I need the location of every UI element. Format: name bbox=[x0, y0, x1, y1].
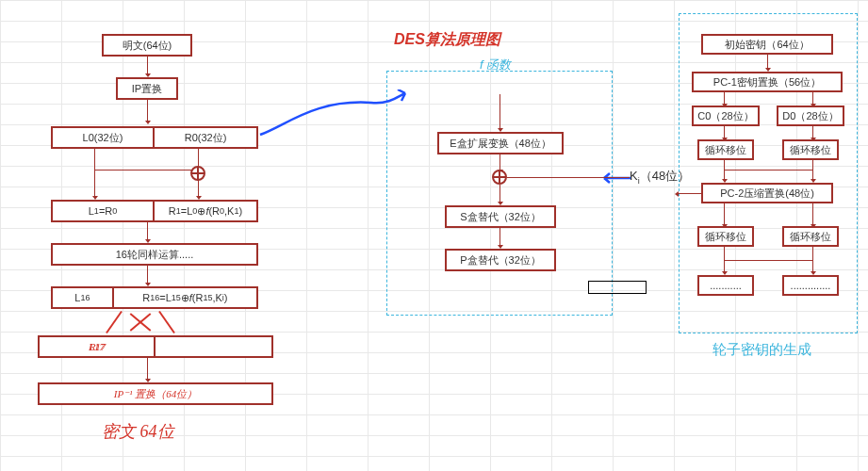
rounds16-box: 16轮同样运算..... bbox=[51, 243, 258, 266]
s-box: S盒替代（32位） bbox=[445, 205, 556, 228]
r17-box: R17 bbox=[40, 337, 156, 356]
shift-box: 循环移位 bbox=[782, 226, 839, 247]
ciphertext-label: 密文 64位 bbox=[102, 420, 174, 443]
arrow-icon bbox=[147, 266, 148, 283]
shift-box: 循环移位 bbox=[782, 139, 839, 160]
r0-box: R0(32位) bbox=[155, 128, 256, 147]
arrow-icon bbox=[724, 92, 725, 104]
ip-inverse-label: IP⁻¹ 置换（64位） bbox=[114, 387, 197, 401]
arrow-icon bbox=[500, 185, 500, 202]
arrow-icon bbox=[724, 203, 725, 224]
e-expand-box: E盒扩展变换（48位） bbox=[437, 132, 564, 154]
arrow-icon bbox=[812, 247, 813, 271]
arrow-icon bbox=[147, 222, 148, 239]
arrow-icon bbox=[812, 92, 813, 104]
l0-box: L0(32位) bbox=[53, 128, 155, 147]
r16-box: R16=L15 ⊕ f(R15,Ki) bbox=[114, 288, 256, 307]
arrow-icon bbox=[500, 228, 500, 245]
arrow-icon bbox=[812, 160, 813, 179]
dots-box: ........... bbox=[697, 275, 754, 296]
arrow-icon bbox=[767, 55, 768, 68]
l17-r17-row: L17 R17 bbox=[38, 335, 273, 358]
shift-box: 循环移位 bbox=[697, 226, 754, 247]
arrow-icon bbox=[94, 149, 95, 170]
l16-box: L16 bbox=[53, 288, 114, 307]
plaintext-box: 明文(64位) bbox=[102, 34, 192, 57]
arrow-icon bbox=[507, 177, 630, 178]
black-rect bbox=[588, 281, 647, 294]
arrow-icon bbox=[94, 170, 95, 196]
arrow-icon bbox=[500, 154, 500, 170]
init-key-box: 初始密钥（64位） bbox=[701, 34, 833, 55]
l1-box: L1=R0 bbox=[53, 202, 155, 220]
arrow-icon bbox=[724, 126, 725, 138]
arrow-icon bbox=[147, 100, 148, 121]
l1-r1-row: L1=R0 R1=L0 ⊕ f(R0,K1) bbox=[51, 200, 258, 222]
dots-box: .............. bbox=[782, 275, 839, 296]
arrow-icon bbox=[724, 247, 725, 271]
l0-r0-row: L0(32位) R0(32位) bbox=[51, 126, 258, 149]
blue-arrow-icon bbox=[258, 89, 409, 137]
pc1-box: PC-1密钥置换（56位） bbox=[692, 72, 843, 92]
arrow-icon bbox=[147, 57, 148, 73]
arrow-icon bbox=[812, 203, 813, 224]
key-gen-label: 轮子密钥的生成 bbox=[712, 341, 811, 359]
xor-icon bbox=[492, 170, 507, 185]
diagram-title: DES算法原理图 bbox=[394, 30, 500, 50]
arrow-icon bbox=[724, 260, 812, 261]
ip-perm-box: IP置换 bbox=[116, 77, 178, 100]
d0-box: D0（28位） bbox=[777, 106, 844, 126]
l16-r16-row: L16 R16=L15 ⊕ f(R15,Ki) bbox=[51, 286, 258, 309]
r1-box: R1=L0 ⊕ f(R0,K1) bbox=[155, 202, 256, 220]
c0-box: C0（28位） bbox=[692, 106, 760, 126]
arrow-icon bbox=[500, 94, 500, 128]
blue-arrow-icon bbox=[598, 171, 632, 185]
pc2-box: PC-2压缩置换(48位) bbox=[701, 183, 833, 203]
arrow-icon bbox=[679, 193, 701, 194]
ip-inverse-box: IP⁻¹ 置换（64位） bbox=[38, 382, 273, 405]
xor-icon bbox=[190, 166, 205, 181]
p-box: P盒替代（32位） bbox=[445, 249, 556, 271]
arrow-icon bbox=[147, 358, 148, 379]
arrow-icon bbox=[812, 126, 813, 138]
arrow-icon bbox=[724, 170, 812, 171]
arrow-icon bbox=[94, 170, 198, 171]
shift-box: 循环移位 bbox=[697, 139, 754, 160]
